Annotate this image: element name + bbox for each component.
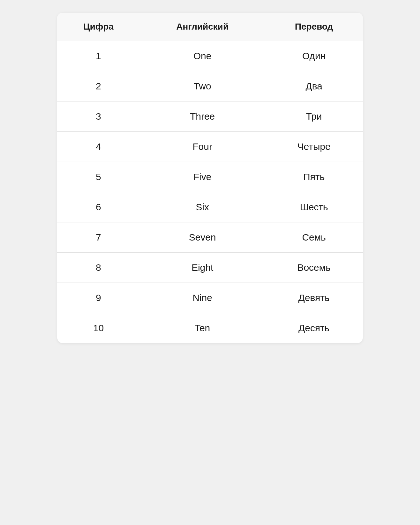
cell-english: Six (140, 192, 265, 222)
table-header-row: Цифра Английский Перевод (57, 13, 363, 41)
table-row: 6SixШесть (57, 192, 363, 222)
numbers-table: Цифра Английский Перевод 1OneОдин2TwoДва… (57, 13, 363, 343)
cell-number: 5 (57, 162, 140, 192)
cell-russian: Шесть (265, 192, 363, 222)
cell-english: Seven (140, 222, 265, 253)
cell-number: 3 (57, 102, 140, 132)
table-row: 10TenДесять (57, 313, 363, 343)
cell-english: Eight (140, 253, 265, 283)
cell-english: Three (140, 102, 265, 132)
table-row: 4FourЧетыре (57, 132, 363, 162)
english-header: Английский (140, 13, 265, 41)
table-row: 2TwoДва (57, 71, 363, 102)
numbers-table-container: Цифра Английский Перевод 1OneОдин2TwoДва… (57, 13, 363, 343)
cell-russian: Восемь (265, 253, 363, 283)
cell-number: 2 (57, 71, 140, 102)
table-row: 5FiveПять (57, 162, 363, 192)
cell-number: 6 (57, 192, 140, 222)
cell-russian: Десять (265, 313, 363, 343)
cell-english: Nine (140, 283, 265, 313)
cell-number: 7 (57, 222, 140, 253)
table-row: 9NineДевять (57, 283, 363, 313)
cell-number: 9 (57, 283, 140, 313)
cell-english: Four (140, 132, 265, 162)
cell-number: 4 (57, 132, 140, 162)
table-row: 7SevenСемь (57, 222, 363, 253)
table-row: 8EightВосемь (57, 253, 363, 283)
cell-russian: Два (265, 71, 363, 102)
digit-header: Цифра (57, 13, 140, 41)
cell-english: Five (140, 162, 265, 192)
cell-russian: Пять (265, 162, 363, 192)
table-row: 1OneОдин (57, 41, 363, 71)
cell-number: 10 (57, 313, 140, 343)
cell-russian: Девять (265, 283, 363, 313)
cell-english: Two (140, 71, 265, 102)
translation-header: Перевод (265, 13, 363, 41)
cell-english: Ten (140, 313, 265, 343)
cell-russian: Семь (265, 222, 363, 253)
cell-russian: Один (265, 41, 363, 71)
cell-russian: Три (265, 102, 363, 132)
table-row: 3ThreeТри (57, 102, 363, 132)
cell-number: 1 (57, 41, 140, 71)
cell-english: One (140, 41, 265, 71)
cell-number: 8 (57, 253, 140, 283)
cell-russian: Четыре (265, 132, 363, 162)
